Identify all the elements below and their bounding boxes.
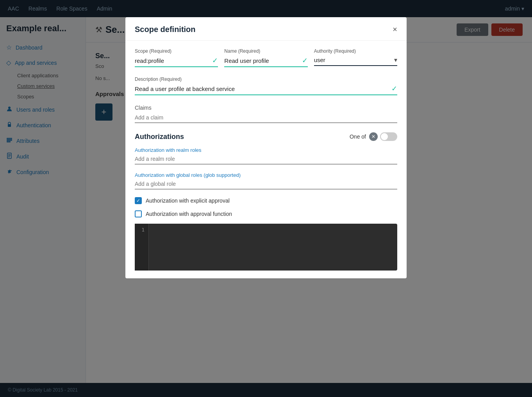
description-input[interactable]: [135, 85, 388, 92]
approval-function-checkbox[interactable]: [135, 210, 142, 217]
approval-function-label: Authorization with approval function: [146, 211, 232, 217]
one-of-label: One of: [350, 134, 366, 140]
realm-roles-input[interactable]: [135, 156, 397, 162]
form-row-top: Scope (Required) ✓ Name (Required) ✓: [135, 48, 397, 67]
code-content[interactable]: [149, 224, 397, 271]
name-label: Name (Required): [224, 48, 307, 54]
modal-title: Scope definition: [135, 25, 196, 34]
explicit-approval-check-icon: ✓: [136, 198, 140, 203]
realm-roles-label: Authorization with realm roles: [135, 147, 397, 153]
global-roles-input-wrapper: [135, 180, 397, 189]
approval-function-row: Authorization with approval function: [135, 210, 397, 217]
name-check-icon: ✓: [302, 56, 308, 65]
authority-label: Authority (Required): [314, 48, 397, 54]
authority-group: Authority (Required) user admin manager …: [314, 48, 397, 67]
scope-group: Scope (Required) ✓: [135, 48, 218, 67]
name-input-wrapper: ✓: [224, 56, 307, 67]
authorizations-header: Authorizations One of ✕: [135, 132, 397, 141]
description-check-icon: ✓: [391, 84, 397, 93]
authorizations-title: Authorizations: [135, 133, 184, 141]
toggle-x-button[interactable]: ✕: [369, 132, 378, 141]
modal: Scope definition × Scope (Required) ✓ Na…: [125, 17, 407, 278]
scope-label: Scope (Required): [135, 48, 218, 54]
modal-close-button[interactable]: ×: [393, 25, 397, 34]
authority-select-wrapper: user admin manager ▾: [314, 56, 397, 66]
modal-header: Scope definition ×: [125, 17, 407, 41]
description-label: Description (Required): [135, 77, 397, 82]
authority-select[interactable]: user admin manager: [314, 57, 394, 63]
description-group: Description (Required) ✓: [135, 77, 397, 95]
claims-group: Claims: [135, 105, 397, 123]
code-editor: 1: [135, 224, 397, 271]
scope-input-wrapper: ✓: [135, 56, 218, 67]
toggle-switch[interactable]: [380, 132, 397, 141]
claims-input[interactable]: [135, 114, 397, 121]
scope-input[interactable]: [135, 57, 209, 64]
modal-overlay: Scope definition × Scope (Required) ✓ Na…: [0, 0, 532, 397]
toggle-wrapper: ✕: [369, 132, 397, 141]
global-roles-group: Authorization with global roles (glob su…: [135, 172, 397, 189]
claims-input-wrapper: [135, 114, 397, 123]
modal-body: Scope (Required) ✓ Name (Required) ✓: [125, 41, 407, 278]
description-wrapper: ✓: [135, 84, 397, 95]
line-numbers: 1: [135, 224, 149, 271]
explicit-approval-label: Authorization with explicit approval: [146, 198, 230, 204]
realm-roles-group: Authorization with realm roles: [135, 147, 397, 164]
name-input[interactable]: [224, 57, 298, 64]
explicit-approval-row: ✓ Authorization with explicit approval: [135, 197, 397, 204]
global-roles-label: Authorization with global roles (glob su…: [135, 172, 397, 178]
toggle-knob: [381, 133, 388, 140]
scope-check-icon: ✓: [212, 56, 218, 65]
global-roles-input[interactable]: [135, 181, 397, 187]
name-group: Name (Required) ✓: [224, 48, 307, 67]
realm-roles-input-wrapper: [135, 155, 397, 164]
authority-dropdown-icon: ▾: [394, 56, 397, 64]
claims-label: Claims: [135, 105, 397, 111]
explicit-approval-checkbox[interactable]: ✓: [135, 197, 142, 204]
